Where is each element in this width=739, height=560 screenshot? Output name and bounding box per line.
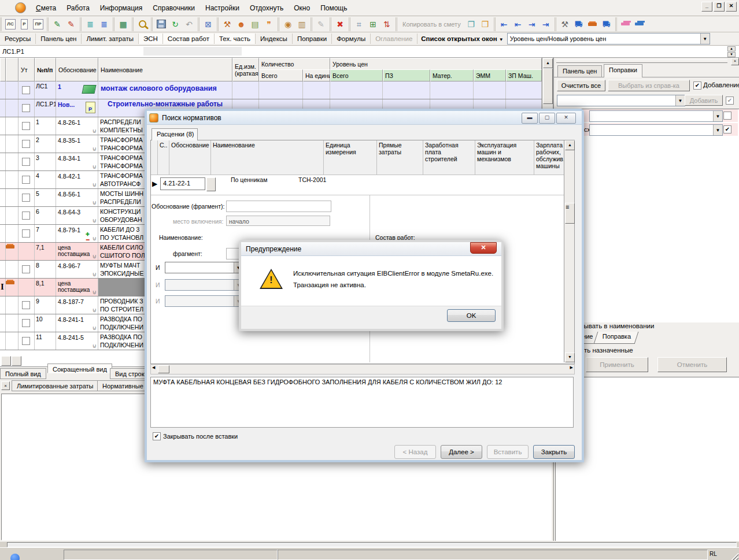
ok-button[interactable]: OK bbox=[447, 309, 496, 322]
outdent-level1-button[interactable]: ⇥ bbox=[525, 17, 539, 31]
add-button[interactable]: Добавить bbox=[685, 95, 723, 106]
dialog-vscrollbar[interactable]: ▲ ≡ ▼ bbox=[564, 140, 574, 362]
warning-titlebar[interactable]: Предупреждение ✕ bbox=[241, 242, 501, 256]
tab-limited-costs[interactable]: Лимитированные затраты bbox=[12, 380, 98, 391]
col-header-pz[interactable]: ПЗ bbox=[383, 69, 430, 81]
bottom-scroll-track[interactable] bbox=[7, 542, 737, 547]
r-section-button[interactable]: Р bbox=[17, 17, 31, 31]
scroll-thumb[interactable] bbox=[158, 365, 169, 373]
col-header-zp-mash[interactable]: ЗП Маш. bbox=[506, 69, 542, 81]
adding-checkbox[interactable] bbox=[693, 81, 701, 90]
correction-checkbox[interactable] bbox=[723, 125, 731, 133]
spinner-control[interactable]: ▲▼ bbox=[727, 46, 736, 56]
menu-item-smeta[interactable]: Смета bbox=[31, 2, 61, 14]
calculator-button[interactable]: ⌗ bbox=[352, 17, 366, 31]
pr-button[interactable]: ПР bbox=[31, 17, 45, 31]
justification-fragment-input[interactable] bbox=[226, 201, 331, 212]
correction-combo[interactable]: ▼ bbox=[557, 95, 685, 106]
row-checkbox[interactable] bbox=[22, 158, 30, 166]
row-checkbox[interactable] bbox=[22, 212, 30, 220]
col-header-mat[interactable]: Матер. bbox=[430, 69, 474, 81]
menu-item-informaciya[interactable]: Информация bbox=[95, 2, 147, 14]
ls-estimate-button[interactable]: ЛС bbox=[3, 17, 17, 31]
tab-corrections[interactable]: Поправки bbox=[604, 64, 642, 77]
col-header-justification[interactable]: Обоснование bbox=[56, 58, 98, 81]
scroll-up-icon[interactable]: ▲ bbox=[543, 58, 553, 68]
clear-all-button[interactable]: Очистить все bbox=[557, 80, 605, 91]
estimate-params-button[interactable]: ⚒ bbox=[220, 17, 234, 31]
and-combo-1[interactable]: ▼ bbox=[165, 262, 243, 273]
tab-popravki[interactable]: Поправки bbox=[293, 34, 332, 44]
col-header-emm[interactable]: ЭММ bbox=[474, 69, 506, 81]
dialog-titlebar[interactable]: Поиск нормативов ▬ ▢ ✕ bbox=[147, 111, 582, 125]
table-row[interactable]: ЛС11монтаж силового оборудования bbox=[0, 81, 542, 99]
sort-updown-button[interactable]: ⇅ bbox=[380, 17, 394, 31]
dialog-col-header[interactable]: Единица измерения bbox=[324, 140, 377, 175]
menu-item-spravochniki[interactable]: Справочники bbox=[147, 2, 200, 14]
keyboard-layout-indicator[interactable]: RL bbox=[710, 551, 717, 557]
edit-note-button[interactable]: ✎ bbox=[314, 17, 328, 31]
scroll-thumb[interactable]: ≡ bbox=[565, 203, 575, 224]
close-button[interactable]: ✕ bbox=[726, 2, 737, 12]
code-edit-field[interactable]: 4.21-22-1 bbox=[160, 177, 205, 190]
spin-up-icon[interactable]: ▲ bbox=[727, 46, 736, 51]
menu-item-pomosch[interactable]: Помощь bbox=[315, 2, 352, 14]
close-after-insert-checkbox[interactable] bbox=[153, 432, 161, 440]
outdent-level2-button[interactable]: ⇥ bbox=[539, 17, 553, 31]
rates-book-blue-button[interactable] bbox=[633, 17, 646, 31]
excel-export-button[interactable]: ▦ bbox=[116, 17, 130, 31]
tab-sostav-rabot[interactable]: Состав работ bbox=[163, 34, 215, 44]
tab-panel-cen[interactable]: Панель цен bbox=[36, 34, 82, 44]
minimize-button[interactable]: _ bbox=[701, 2, 712, 12]
back-button[interactable]: < Назад bbox=[394, 445, 436, 459]
dialog-col-header[interactable]: Обоснование bbox=[169, 140, 211, 175]
tab-resursy[interactable]: Ресурсы bbox=[0, 34, 36, 44]
delete-rate-button[interactable]: ✎ bbox=[64, 17, 78, 31]
restore-button[interactable]: ❐ bbox=[714, 2, 725, 12]
pager-box-2[interactable] bbox=[12, 356, 21, 366]
description-text[interactable]: МУФТА КАБЕЛЬНАЯ КОНЦЕВАЯ БЕЗ ГИДРОФОБНОГ… bbox=[150, 377, 574, 428]
dialog-minimize-icon[interactable]: ▬ bbox=[522, 113, 538, 124]
scroll-left-icon[interactable]: ◀ bbox=[152, 365, 155, 370]
tree-insert-button[interactable]: ≣ bbox=[97, 17, 111, 31]
row-checkbox[interactable] bbox=[22, 319, 30, 327]
tab-price-panel[interactable]: Панель цен bbox=[557, 65, 602, 77]
refresh-button[interactable]: ↻ bbox=[168, 17, 182, 31]
dialog-col-header[interactable]: Наименование bbox=[211, 140, 324, 175]
col-header-quantity[interactable]: Количество bbox=[259, 58, 330, 70]
scroll-up-icon[interactable]: ▲ bbox=[565, 140, 575, 150]
row-checkbox[interactable] bbox=[22, 194, 30, 202]
dialog-close-icon[interactable]: ✕ bbox=[556, 113, 576, 124]
cancel-button[interactable]: Отменить bbox=[657, 357, 727, 372]
paste-button[interactable]: ❒ bbox=[478, 17, 492, 31]
col-header-level-total[interactable]: Всего bbox=[330, 69, 383, 81]
col-header-name[interactable]: Наименование bbox=[98, 58, 232, 81]
choose-from-ref-button[interactable]: Выбрать из справ-ка bbox=[608, 80, 690, 91]
place-input[interactable]: начало bbox=[226, 216, 330, 226]
price-level-combo[interactable]: Уровень цен/Новый уровень цен▼ bbox=[507, 33, 710, 44]
pager-box-1[interactable] bbox=[1, 356, 11, 366]
close-dialog-button[interactable]: Закрыть bbox=[533, 445, 575, 459]
close-panel-icon[interactable]: × bbox=[731, 58, 739, 65]
resize-grip-icon[interactable] bbox=[731, 552, 738, 560]
dialog-hscrollbar[interactable]: ◀ ▶ bbox=[150, 364, 575, 374]
rates-grid-row[interactable]: ▶ 4.21-22-1 По ценникам ТСН-2001 bbox=[151, 175, 573, 195]
tab-esn[interactable]: ЭСН bbox=[139, 34, 163, 44]
col-header-num[interactable]: №п/п bbox=[35, 58, 56, 81]
col-header-unit[interactable]: Ед.изм.(краткая: bbox=[232, 58, 259, 81]
tab-correction[interactable]: Поправка bbox=[594, 332, 639, 344]
menu-item-okno[interactable]: Окно bbox=[289, 2, 315, 14]
tab-limit-zatraty[interactable]: Лимит. затраты bbox=[82, 34, 138, 44]
apply-button[interactable]: Применить bbox=[586, 357, 648, 372]
indent-level2-button[interactable]: ⇤ bbox=[511, 17, 525, 31]
delete-row-button[interactable]: ✖ bbox=[333, 17, 347, 31]
row-checkbox[interactable] bbox=[22, 265, 30, 273]
and-combo-3[interactable]: ▼ bbox=[165, 295, 243, 307]
money-button[interactable]: ◉ bbox=[281, 17, 295, 31]
rates-book-pink-button[interactable] bbox=[619, 17, 633, 31]
menu-item-otdohnut[interactable]: Отдохнуть bbox=[245, 2, 289, 14]
row-checkbox[interactable] bbox=[22, 140, 30, 148]
edit-cell[interactable] bbox=[143, 47, 242, 55]
scroll-down-icon[interactable]: ▼ bbox=[565, 353, 575, 362]
col-header-price-level[interactable]: Уровень цен bbox=[330, 58, 542, 70]
